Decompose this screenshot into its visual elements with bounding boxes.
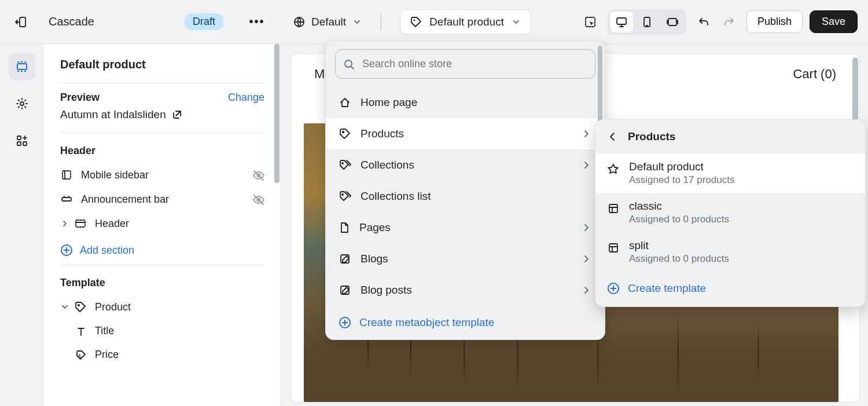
svg-text:$: $ [78,353,81,359]
submenu-item-classic[interactable]: classicAssigned to 0 products [595,193,865,232]
top-bar-left: Cascade [10,12,94,32]
svg-rect-4 [617,18,626,24]
left-rail [0,44,44,406]
chevron-right-icon [582,254,592,264]
theme-name: Cascade [49,15,94,28]
dropdown-item-home-page[interactable]: Home page [326,87,605,118]
submenu-item-default-product[interactable]: Default productAssigned to 17 products [595,153,865,193]
sidebar-item-label: Product [95,301,131,313]
svg-point-21 [343,131,344,133]
submenu-title: Products [628,130,675,143]
create-metaobject-template-button[interactable]: Create metaobject template [326,306,605,339]
inspector-icon [584,16,597,28]
mobile-icon [641,16,653,28]
dropdown-item-pages[interactable]: Pages [326,212,605,243]
sidebar-item-price-block[interactable]: $ Price [44,343,281,367]
divider [381,14,381,30]
create-template-button[interactable]: Create template [595,272,865,306]
viewport-mobile-button[interactable] [635,12,659,32]
undo-icon [697,16,710,28]
preview-resource[interactable]: Autumn at Indalsliden [44,106,281,133]
desktop-icon [615,16,628,28]
svg-point-20 [345,60,352,67]
sidebar-item-label: Title [95,325,114,337]
change-preview-button[interactable]: Change [228,92,264,104]
home-icon [339,96,351,109]
visibility-hidden-icon[interactable] [252,193,264,206]
dropdown-item-label: Blog posts [361,284,412,297]
sidebar-item-announcement-bar[interactable]: Announcement bar [44,187,281,211]
locale-selector[interactable]: Default [293,16,362,28]
globe-icon [293,16,306,28]
cart-link[interactable]: Cart (0) [793,67,836,82]
dropdown-item-blog-posts[interactable]: Blog posts [326,275,605,306]
sidebar-item-label: Price [95,349,119,361]
viewport-desktop-button[interactable] [610,12,633,32]
template-selector[interactable]: Default product [400,9,531,35]
save-button[interactable]: Save [810,10,858,33]
create-metaobject-label: Create metaobject template [359,316,494,329]
search-input[interactable] [335,49,595,79]
sidebar-item-label: Mobile sidebar [81,169,149,181]
publish-button[interactable]: Publish [746,10,803,33]
svg-rect-9 [17,136,21,140]
sidebar-item-product[interactable]: Product [44,295,281,319]
viewport-switcher [608,9,686,35]
submenu-header[interactable]: Products [595,120,865,153]
header-section-icon [74,217,87,230]
add-section-button[interactable]: Add section [44,236,281,265]
sidebar-item-header[interactable]: Header [44,211,281,236]
svg-rect-6 [668,19,676,25]
dropdown-item-collections[interactable]: Collections [326,149,605,181]
dropdown-item-collections-list[interactable]: Collections list [326,181,605,212]
exit-editor-button[interactable] [10,12,31,32]
visibility-hidden-icon[interactable] [252,169,264,181]
chevron-down-icon [511,17,521,27]
add-section-label: Add section [80,244,134,257]
tag-icon [339,127,351,140]
undo-redo-group [693,12,740,32]
submenu-item-split[interactable]: splitAssigned to 0 products [595,232,865,272]
template-section-title: Template [44,265,281,295]
sidebar-item-title-block[interactable]: Title [44,319,281,343]
dropdown-item-label: Pages [359,221,391,234]
dropdown-item-blogs[interactable]: Blogs [326,243,605,275]
plus-circle-icon [60,244,73,257]
template-name: split [629,239,729,252]
top-bar-right: Publish Save [580,9,858,35]
rail-settings-button[interactable] [9,90,35,117]
svg-point-18 [78,305,79,306]
viewport-fullwidth-button[interactable] [661,12,684,32]
create-template-label: Create template [628,282,706,295]
sidebar: Default product Preview Change Autumn at… [44,44,281,406]
rail-sections-button[interactable] [9,53,35,80]
dropdown-item-label: Collections list [361,190,431,203]
dropdown-search [335,49,595,79]
chevron-right-icon [60,219,69,228]
chevron-right-icon [582,129,592,139]
chevron-right-icon [582,222,592,233]
template-assigned-count: Assigned to 0 products [629,253,729,265]
dropdown-item-label: Blogs [361,253,388,265]
header-section-title: Header [44,133,281,163]
inspector-toggle[interactable] [580,12,601,32]
svg-rect-0 [20,17,25,27]
chevron-down-icon [352,17,362,27]
sidebar-item-mobile-sidebar[interactable]: Mobile sidebar [44,163,281,187]
locale-label: Default [311,16,346,28]
template-assigned-count: Assigned to 17 products [629,174,734,186]
exit-icon [14,15,28,29]
dropdown-item-products[interactable]: Products [326,118,605,149]
svg-rect-11 [17,142,21,145]
undo-button[interactable] [693,12,714,32]
svg-point-2 [414,19,415,21]
template-name: classic [629,200,729,213]
rail-apps-button[interactable] [9,127,35,154]
sidebar-scrollbar[interactable] [274,44,281,305]
dropdown-item-label: Products [361,127,404,140]
plus-circle-icon [339,316,351,329]
template-navigator-dropdown: Home pageProductsCollectionsCollections … [325,41,605,340]
sidebar-item-label: Announcement bar [81,193,169,206]
svg-rect-27 [609,204,617,213]
mobile-sidebar-icon [60,169,73,181]
